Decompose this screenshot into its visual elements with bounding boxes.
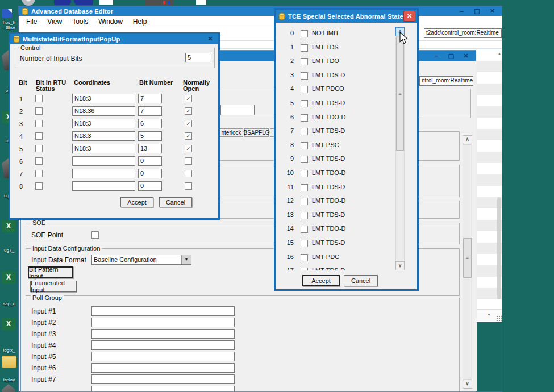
app-shortcut-partial-icon[interactable] <box>54 0 71 5</box>
bit-rtu-checkbox[interactable] <box>35 120 43 127</box>
poll-input-field-8[interactable] <box>91 386 235 392</box>
pin-desktop-icon[interactable] <box>2 9 12 18</box>
right-table-row[interactable] <box>477 118 502 129</box>
printer-icon[interactable] <box>145 0 173 5</box>
state-checkbox[interactable] <box>301 156 308 163</box>
bit-rtu-checkbox[interactable] <box>35 132 43 140</box>
coordinates-field[interactable]: N18:3 <box>72 131 135 141</box>
normally-open-checkbox[interactable] <box>185 170 192 177</box>
scroll-up-icon[interactable]: ▲ <box>498 52 501 55</box>
abnormal-state-row[interactable]: 4LMT PDCO <box>276 85 394 94</box>
state-checkbox[interactable] <box>301 114 308 122</box>
abnormal-state-row[interactable]: 14LMT TDO-D <box>276 225 394 234</box>
poll-input-field[interactable] <box>91 352 235 361</box>
bit-rtu-checkbox[interactable] <box>35 157 43 165</box>
right-table-row[interactable] <box>477 129 502 140</box>
close-icon[interactable]: ✕ <box>205 35 216 43</box>
minimize-icon[interactable]: – <box>454 8 469 15</box>
coordinates-field[interactable] <box>72 181 135 191</box>
close-icon[interactable]: ✕ <box>485 7 500 15</box>
state-checkbox[interactable] <box>301 44 308 52</box>
app-shortcut-partial-icon[interactable] <box>74 0 93 5</box>
abnormal-state-row[interactable]: 2LMT TDO <box>276 57 394 66</box>
menu-tools[interactable]: Tools <box>67 16 93 27</box>
poll-input-field[interactable] <box>91 340 235 350</box>
abnormal-state-row[interactable]: 12LMT TDO-D <box>276 197 394 206</box>
right-table-row[interactable] <box>477 95 502 106</box>
partially-hidden-field[interactable] <box>220 105 255 115</box>
tce-dialog-titlebar[interactable]: TCE Special Selected Abnormal States <box>276 10 417 23</box>
scroll-down-icon[interactable]: ▼ <box>487 312 491 316</box>
bit-number-field[interactable]: 0 <box>138 156 162 166</box>
close-icon[interactable]: ✕ <box>459 52 473 60</box>
coordinates-field[interactable] <box>72 169 135 178</box>
bit-rtu-checkbox[interactable] <box>35 107 43 115</box>
state-checkbox[interactable] <box>301 128 308 135</box>
tab-bsapflg[interactable]: BSAPFLG <box>244 128 269 137</box>
coordinates-field[interactable] <box>72 156 135 166</box>
abnormal-state-row[interactable]: 3LMT TDS-D <box>276 72 394 81</box>
abnormal-state-row[interactable]: 11LMT TDS-D <box>276 184 394 193</box>
state-checkbox[interactable] <box>301 142 308 149</box>
normally-open-checkbox[interactable] <box>185 157 192 165</box>
abnormal-state-row[interactable]: 9LMT TDS-D <box>276 155 394 164</box>
bit-pattern-input-button[interactable]: Bit Pattern Input <box>28 266 73 278</box>
normally-open-checkbox[interactable]: ✓ <box>185 95 192 102</box>
bit-number-field[interactable]: 0 <box>138 169 162 178</box>
record-realtime-field[interactable]: ntrol_room:Realtime <box>419 76 473 86</box>
poll-input-field[interactable] <box>91 329 235 339</box>
abnormal-state-row[interactable]: 13LMT TDS-D <box>276 211 394 220</box>
state-checkbox[interactable] <box>301 100 308 107</box>
poll-input-field[interactable] <box>91 306 235 316</box>
scroll-down-button[interactable]: ∨ <box>463 380 472 389</box>
scroll-down-button[interactable]: ∨ <box>395 261 405 270</box>
bit-number-field[interactable]: 0 <box>138 181 162 191</box>
folder-desktop-icon[interactable] <box>2 357 16 368</box>
coordinates-field[interactable]: N18:3 <box>72 144 135 153</box>
right-table-row[interactable] <box>477 61 502 72</box>
abnormal-state-row[interactable]: 7LMT TDS-D <box>276 127 394 136</box>
coordinates-field[interactable]: N18:36 <box>72 106 135 116</box>
minimize-icon[interactable]: – <box>429 52 444 59</box>
resize-grip[interactable] <box>496 315 502 321</box>
scrollbar-thumb[interactable]: ≡ <box>396 37 404 151</box>
right-table-row[interactable] <box>477 140 502 152</box>
abnormal-state-row[interactable]: 17LMT TDS-D <box>276 267 394 270</box>
maximize-icon[interactable]: ▢ <box>469 7 485 15</box>
state-checkbox[interactable] <box>301 268 308 270</box>
state-checkbox[interactable] <box>301 72 308 80</box>
menu-file[interactable]: File <box>21 16 42 27</box>
cancel-button[interactable]: Cancel <box>159 197 192 207</box>
state-checkbox[interactable] <box>301 184 308 191</box>
state-checkbox[interactable] <box>301 30 308 37</box>
bit-number-field[interactable]: 6 <box>138 119 162 128</box>
excel-desktop-icon[interactable]: X <box>2 220 15 232</box>
bit-number-field[interactable]: 13 <box>138 144 162 153</box>
maximize-icon[interactable]: ▢ <box>444 52 459 60</box>
right-table-row[interactable] <box>477 84 502 95</box>
excel-desktop-icon[interactable]: X <box>2 318 15 330</box>
realtime-path-field[interactable]: t2adc\control_room:Realtime <box>424 28 502 38</box>
right-table-row[interactable] <box>477 163 502 174</box>
normally-open-checkbox[interactable]: ✓ <box>185 132 192 140</box>
scrollbar-thumb[interactable]: ≡ <box>463 238 472 278</box>
main-window-titlebar[interactable]: Advanced Database Editor <box>19 6 502 16</box>
num-input-bits-field[interactable]: 5 <box>185 53 211 62</box>
gem-desktop-icon[interactable] <box>2 384 15 392</box>
scroll-up-button[interactable]: ∧ <box>463 135 472 144</box>
enumerated-input-button[interactable]: Enumerated Input <box>30 281 77 292</box>
excel-desktop-icon[interactable]: X <box>2 272 15 283</box>
abnormal-state-row[interactable]: 16LMT PDC <box>276 253 394 262</box>
abnormal-state-row[interactable]: 15LMT TDS-D <box>276 239 394 248</box>
accept-button[interactable]: Accept <box>302 275 340 286</box>
right-table-row[interactable] <box>477 49 502 61</box>
normally-open-checkbox[interactable]: ✓ <box>185 120 192 127</box>
right-table-row[interactable] <box>477 186 502 197</box>
input-data-format-select[interactable]: Baseline Configuration ▼ <box>91 255 191 265</box>
bit-number-field[interactable]: 7 <box>138 94 162 103</box>
abnormal-state-row[interactable]: 0NO LIMIT <box>276 30 394 39</box>
bit-rtu-checkbox[interactable] <box>35 145 43 152</box>
coordinates-field[interactable]: N18:3 <box>72 119 135 128</box>
right-table-row[interactable] <box>477 174 502 186</box>
menu-view[interactable]: View <box>42 16 67 27</box>
